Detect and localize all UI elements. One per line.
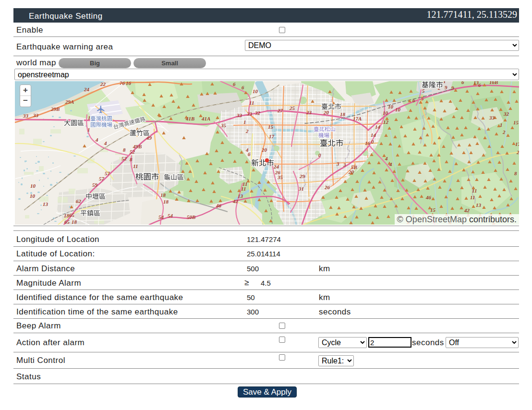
- svg-text:23: 23: [306, 109, 312, 115]
- svg-text:54: 54: [168, 213, 173, 218]
- svg-text:3: 3: [343, 162, 346, 168]
- svg-text:41A: 41A: [201, 116, 210, 121]
- svg-text:62: 62: [76, 198, 82, 204]
- svg-text:16: 16: [365, 140, 371, 146]
- svg-text:8: 8: [123, 147, 126, 153]
- svg-text:18: 18: [64, 213, 70, 218]
- svg-text:12: 12: [383, 119, 389, 125]
- svg-text:33: 33: [33, 112, 39, 118]
- svg-text:13: 13: [476, 202, 482, 208]
- svg-text:2: 2: [245, 128, 249, 134]
- svg-text:1: 1: [243, 119, 246, 125]
- svg-text:11: 11: [470, 194, 475, 200]
- svg-text:33: 33: [23, 113, 29, 119]
- svg-text:20: 20: [348, 169, 354, 175]
- svg-text:10: 10: [30, 183, 36, 189]
- svg-text:13: 13: [43, 201, 48, 207]
- svg-text:65: 65: [64, 219, 70, 225]
- svg-text:25: 25: [289, 105, 295, 111]
- svg-text:6: 6: [461, 81, 464, 85]
- svg-text:4: 4: [385, 156, 388, 161]
- svg-text:76: 76: [120, 81, 125, 86]
- svg-text:18: 18: [160, 192, 166, 198]
- svg-text:10: 10: [383, 110, 388, 116]
- svg-text:6: 6: [478, 82, 481, 88]
- svg-text:11: 11: [133, 163, 138, 169]
- svg-text:8: 8: [130, 157, 133, 162]
- svg-text:0: 0: [371, 139, 374, 145]
- svg-text:16: 16: [126, 81, 132, 86]
- svg-text:9: 9: [451, 85, 454, 91]
- svg-text:46: 46: [425, 194, 432, 200]
- svg-text:10: 10: [30, 193, 36, 199]
- svg-text:20: 20: [516, 149, 519, 155]
- svg-text:6: 6: [233, 81, 236, 87]
- svg-text:11: 11: [472, 188, 477, 193]
- svg-text:0: 0: [318, 152, 321, 158]
- svg-text:35: 35: [220, 122, 227, 128]
- svg-text:1: 1: [500, 122, 503, 128]
- svg-text:18: 18: [163, 199, 169, 205]
- svg-text:22: 22: [100, 81, 106, 87]
- svg-text:33: 33: [246, 111, 253, 117]
- svg-text:42: 42: [464, 207, 470, 213]
- svg-text:6: 6: [248, 151, 251, 157]
- svg-text:4: 4: [104, 140, 107, 146]
- svg-text:2: 2: [502, 129, 506, 135]
- svg-text:18: 18: [340, 111, 346, 117]
- svg-text:6: 6: [412, 97, 415, 103]
- svg-text:57: 57: [105, 170, 110, 176]
- svg-text:46: 46: [216, 203, 222, 208]
- svg-text:59: 59: [92, 182, 98, 188]
- svg-text:4: 4: [95, 137, 98, 143]
- svg-text:41B: 41B: [185, 116, 194, 121]
- svg-text:57: 57: [99, 176, 105, 181]
- svg-text:13: 13: [238, 193, 243, 199]
- svg-text:24: 24: [273, 164, 279, 169]
- svg-text:32: 32: [254, 110, 261, 116]
- svg-text:4: 4: [389, 161, 392, 167]
- svg-text:33: 33: [489, 115, 495, 121]
- svg-text:50B: 50B: [187, 214, 195, 220]
- svg-text:26: 26: [324, 184, 330, 190]
- svg-text:5: 5: [422, 88, 425, 94]
- svg-text:32: 32: [503, 111, 509, 117]
- svg-text:65: 65: [69, 212, 75, 218]
- svg-text:11: 11: [241, 186, 246, 192]
- svg-text:5: 5: [421, 96, 424, 101]
- svg-text:8: 8: [514, 170, 517, 176]
- svg-text:17: 17: [269, 133, 275, 139]
- svg-text:10: 10: [253, 88, 258, 94]
- svg-text:6: 6: [242, 84, 244, 90]
- svg-text:31: 31: [298, 186, 304, 192]
- svg-text:24: 24: [84, 86, 90, 92]
- svg-text:54: 54: [158, 214, 164, 220]
- svg-text:9: 9: [445, 84, 447, 90]
- svg-text:29B: 29B: [50, 106, 60, 112]
- svg-text:3: 3: [336, 161, 339, 167]
- svg-text:1: 1: [443, 81, 446, 84]
- svg-text:20: 20: [323, 109, 329, 115]
- svg-text:33: 33: [236, 112, 242, 118]
- svg-text:17A: 17A: [353, 116, 362, 121]
- svg-text:52: 52: [121, 156, 127, 161]
- svg-text:18: 18: [72, 219, 77, 225]
- svg-text:14: 14: [375, 124, 381, 130]
- svg-text:29: 29: [299, 173, 305, 179]
- svg-text:52: 52: [130, 149, 135, 155]
- svg-text:42: 42: [232, 198, 239, 204]
- svg-text:27: 27: [277, 108, 283, 113]
- svg-text:1: 1: [88, 115, 91, 121]
- svg-text:10: 10: [395, 107, 401, 112]
- svg-text:15: 15: [513, 120, 519, 125]
- svg-text:11: 11: [249, 100, 254, 106]
- svg-text:1: 1: [87, 127, 90, 133]
- svg-text:16B: 16B: [489, 81, 498, 85]
- svg-text:20: 20: [261, 147, 267, 153]
- svg-text:15: 15: [430, 207, 436, 213]
- svg-text:10: 10: [388, 104, 394, 109]
- svg-text:29A: 29A: [65, 99, 74, 105]
- svg-text:14: 14: [371, 132, 376, 138]
- svg-text:35: 35: [277, 174, 283, 180]
- svg-text:15: 15: [268, 124, 274, 130]
